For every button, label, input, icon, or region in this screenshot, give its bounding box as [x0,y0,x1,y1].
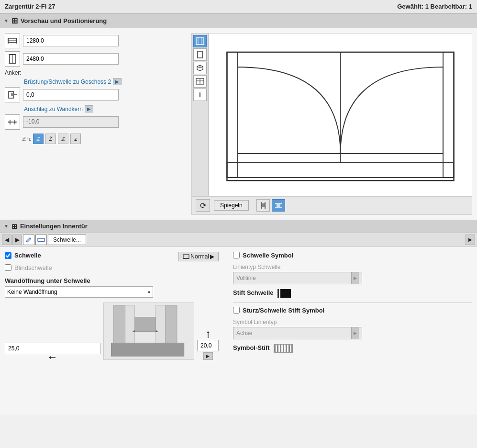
stift-preview [277,289,291,298]
anschlag-label-row[interactable]: Anschlag zu Wandkern ▶ [24,105,187,112]
width-row: 1280,0 [5,33,187,48]
brustung-arrow[interactable]: ▶ [113,78,122,85]
symbol-linientyp-row: Symbol Linientyp Achse ▶ [233,319,472,339]
svg-rect-19 [198,51,202,58]
blindschwelle-checkbox[interactable] [5,264,11,271]
svg-rect-46 [125,305,135,343]
height-row: 2480,0 [5,51,187,67]
dim2-input[interactable]: 20,0 [197,340,219,351]
dim1-input[interactable]: 25,0 [5,343,100,354]
stift-schwelle-row: Stift Schwelle [233,289,472,298]
svg-rect-40 [183,255,189,258]
svg-rect-48 [135,317,156,331]
schwelle-checkbox[interactable] [5,252,11,259]
linientyp-label: Linientyp Schwelle [233,264,472,270]
mirror-horizontal-btn[interactable] [272,199,285,212]
symbol-linientyp-dropdown[interactable]: Achse ▶ [233,327,362,339]
tab-more-btn[interactable]: ▶ [466,235,475,245]
svg-rect-36 [277,204,280,207]
tb-info[interactable]: i [193,89,207,101]
symbol-linientyp-arrow: ▶ [351,327,359,339]
anschlag-arrow[interactable]: ▶ [85,105,93,112]
icon-btn-2[interactable]: Ž [45,134,56,144]
preview-section-header[interactable]: ▼ ⊞ Vorschau und Positionierung [0,13,477,28]
brustung-label-row[interactable]: Brüstung/Schwelle zu Geschoss 2 ▶ [24,78,187,85]
wandoffnung-select[interactable]: Keine Wandöffnung [5,286,153,298]
anschlag-readonly: -10,0 [23,116,119,128]
svg-marker-56 [207,331,210,333]
settings-content: Schwelle Normal ▶ Blindschwelle Wandöffn… [0,247,477,414]
svg-rect-44 [113,305,125,343]
svg-line-37 [30,238,31,239]
dim-right-group: 20,0 ▶ [197,331,219,360]
icon-btn-3[interactable]: ℤ [58,134,68,144]
icon-btn-4[interactable]: ƶ [70,134,81,144]
anschlag-label-text: Anschlag zu Wandkern [24,106,83,112]
svg-rect-29 [443,52,454,178]
dim2-up-btn[interactable]: ▶ [203,352,213,360]
wandoffnung-select-wrapper: Keine Wandöffnung [5,286,153,298]
icon-btn-1[interactable]: ℤ [33,134,44,144]
collapse-preview-icon[interactable]: ▼ [4,18,9,23]
rotate-button[interactable]: ⟳ [196,199,210,212]
stift-square[interactable] [280,289,291,298]
tb-view-3d[interactable] [193,62,207,74]
height-input[interactable]: 2480,0 [23,53,119,65]
collapse-settings-icon[interactable]: ▼ [4,224,9,229]
height-icon[interactable] [5,51,20,67]
svg-rect-16 [196,38,204,45]
brustung-icon[interactable] [5,87,20,102]
preview-section-icon: ⊞ [11,16,18,25]
schwelle-symbol-checkbox-row: Schwelle Symbol [233,252,472,259]
schwelle-label: Schwelle [14,252,41,259]
stift-line [277,289,279,298]
linientyp-arrow: ▶ [351,272,359,284]
spiegel-button[interactable]: Spiegeln [214,200,249,211]
schwelle-symbol-checkbox[interactable] [233,252,240,258]
dim-arrow-left [49,355,56,360]
sturz-checkbox-row: Sturz/Schwelle Stift Symbol [233,307,472,314]
sturz-checkbox[interactable] [233,307,240,314]
tab-schwelle[interactable]: Schwelle... [48,235,86,245]
diagram-image [103,302,194,360]
svg-marker-43 [49,356,51,359]
door-preview-canvas [209,33,472,197]
linientyp-dropdown[interactable]: Volllinie ▶ [233,272,362,284]
brustung-input[interactable]: 0,0 [23,89,119,101]
status-text: Gewählt: 1 Bearbeitbar: 1 [397,3,472,10]
brustung-label-text: Brüstung/Schwelle zu Geschoss 2 [24,78,111,85]
tab-next-btn[interactable]: ▶ [12,235,22,245]
anschlag-icon[interactable] [5,114,20,130]
width-icon[interactable] [5,33,20,48]
window-title: Zargentür 2-Fl 27 [5,3,55,10]
tb-view-detail[interactable] [193,75,207,88]
preview-bottom-bar: ⟳ Spiegeln [191,197,472,215]
schwelle-checkbox-row: Schwelle [5,252,41,259]
settings-left-panel: Schwelle Normal ▶ Blindschwelle Wandöffn… [5,252,228,410]
svg-rect-49 [111,343,184,356]
settings-section-header[interactable]: ▼ ⊞ Einstellungen Innentür [0,220,477,233]
tab-prev-btn[interactable]: ◀ [2,235,11,245]
blindschwelle-checkbox-row: Blindschwelle [5,264,219,271]
tb-view-side[interactable] [193,48,207,61]
settings-section-icon: ⊞ [11,223,17,230]
stift-row: Stift Schwelle [233,289,472,298]
tabs-bar: ◀ ▶ Schwelle... ▶ [0,233,477,247]
normal-button[interactable]: Normal ▶ [178,252,219,261]
icon-row: ℤ⁺ε ℤ Ž ℤ ƶ [5,134,187,144]
svg-rect-28 [227,52,237,178]
svg-rect-45 [165,305,177,343]
left-controls: 1280,0 2480,0 Anker: Brüstung/Schwelle z… [5,33,187,215]
tb-view-front[interactable] [193,35,207,47]
wandoffnung-label: Wandöffnung unter Schwelle [5,277,219,284]
schwelle-symbol-label: Schwelle Symbol [243,252,293,259]
linientyp-value: Volllinie [236,275,256,281]
divider-1 [233,302,472,303]
width-input[interactable]: 1280,0 [23,35,119,46]
tab-icon-edit[interactable] [23,235,34,245]
tab-icon-threshold[interactable] [35,235,47,245]
mirror-vertical-btn[interactable] [256,199,270,212]
anker-label: Anker: [5,69,187,76]
brustung-row: 0,0 [5,87,187,102]
symbol-stift-preview[interactable] [274,344,293,353]
